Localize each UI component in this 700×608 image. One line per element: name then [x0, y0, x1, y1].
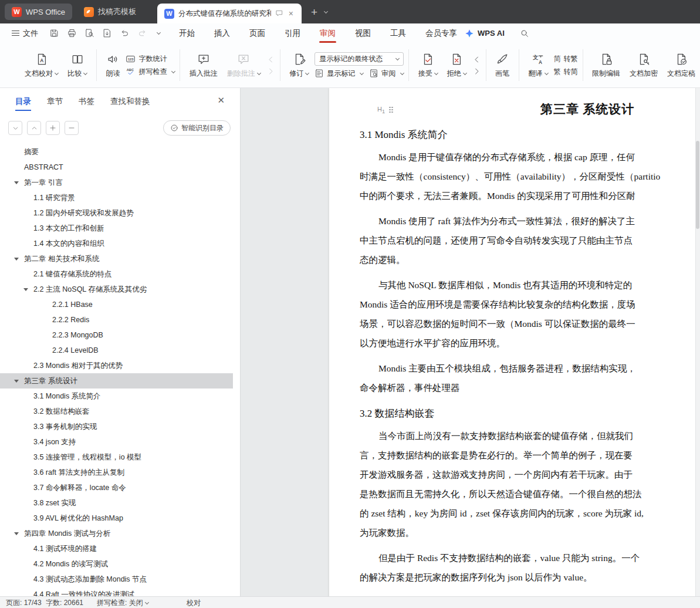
show-markup-button[interactable]: 显示标记	[315, 69, 363, 79]
sidebar-tab-find-replace[interactable]: 查找和替换	[110, 96, 150, 107]
tab-document[interactable]: W 分布式键值存储系统的研究和... ×	[157, 4, 302, 23]
toc-item[interactable]: 2.2.4 LevelDB	[0, 343, 233, 358]
new-tab-button[interactable]: +	[311, 6, 317, 18]
to-traditional-button[interactable]: 简 转繁	[554, 54, 578, 64]
proofread-button[interactable]: 校对	[187, 598, 201, 608]
toc-item[interactable]: 3.8 zset 实现	[0, 495, 233, 511]
pen-button[interactable]: 画笔	[491, 50, 514, 80]
export-button[interactable]	[102, 28, 112, 38]
toc-item[interactable]: 3.1 Mondis 系统简介	[0, 389, 233, 404]
toc-item[interactable]: 4.3 测试动态添加删除 Mondis 节点	[0, 572, 233, 587]
collapse-all-button[interactable]	[27, 121, 41, 135]
tab-wps-office[interactable]: W WPS Office	[5, 4, 72, 20]
expand-triangle-icon[interactable]	[14, 379, 24, 383]
tab-list-chevron-icon[interactable]	[324, 9, 328, 13]
toc-item[interactable]: 1.4 本文的内容和组织	[0, 236, 233, 251]
toc-item[interactable]: 4.1 测试环境的搭建	[0, 541, 233, 556]
drag-handle-icon[interactable]	[389, 107, 394, 114]
delete-comment-button[interactable]: 删除批注	[222, 50, 265, 80]
tab-insert[interactable]: 插入	[212, 23, 232, 43]
toc-item[interactable]: 摘要	[0, 144, 233, 160]
toc-item[interactable]: 2.2.1 HBase	[0, 297, 233, 312]
toc-item[interactable]: 第三章 系统设计	[0, 373, 233, 389]
toc-item[interactable]: 3.6 raft 算法支持的主从复制	[0, 465, 233, 480]
file-menu-button[interactable]: 文件	[12, 23, 38, 43]
page-indicator[interactable]: 页面: 17/43	[6, 598, 42, 608]
toc-item[interactable]: 3.9 AVL 树优化的 HashMap	[0, 511, 233, 526]
toc-item[interactable]: 第二章 相关技术和系统	[0, 251, 233, 266]
tab-page[interactable]: 页面	[248, 23, 267, 43]
read-aloud-button[interactable]: 朗读	[101, 50, 124, 80]
toc-item[interactable]: 1.3 本文的工作和创新	[0, 221, 233, 236]
scrollbar-thumb[interactable]	[696, 141, 699, 229]
spell-check-toggle[interactable]: 拼写检查: 关闭	[97, 598, 148, 608]
tab-member[interactable]: 会员专享	[424, 23, 459, 43]
previous-comment-button[interactable]	[266, 55, 275, 64]
expand-triangle-icon[interactable]	[23, 288, 33, 291]
toc-item[interactable]: 3.2 数据结构嵌套	[0, 404, 233, 419]
undo-button[interactable]	[120, 28, 130, 38]
track-changes-button[interactable]: 修订	[285, 50, 313, 80]
outline-level-marker[interactable]: H1	[377, 106, 394, 114]
review-pane-button[interactable]: 审阅	[369, 69, 404, 79]
close-sidebar-icon[interactable]: ✕	[217, 96, 225, 104]
toc-item[interactable]: 2.2 主流 NoSQL 存储系统及其优劣	[0, 282, 233, 297]
toc-item[interactable]: 1.2 国内外研究现状和发展趋势	[0, 205, 233, 221]
to-simplified-button[interactable]: 繁 转简	[554, 67, 578, 77]
reject-change-button[interactable]: 拒绝	[442, 50, 471, 80]
tab-docer[interactable]: 找稿壳模板	[76, 4, 144, 20]
toc-item[interactable]: 3.3 事务机制的实现	[0, 419, 233, 434]
toc-item[interactable]: 3.5 连接管理，线程模型，io 模型	[0, 450, 233, 465]
accept-change-button[interactable]: 接受	[414, 50, 442, 80]
search-icon[interactable]	[520, 29, 529, 38]
compare-button[interactable]: 比较	[63, 50, 92, 80]
word-count-indicator[interactable]: 字数: 20661	[46, 598, 83, 608]
smart-toc-button[interactable]: 智能识别目录	[163, 120, 231, 136]
translate-button[interactable]: 文A 翻译	[524, 50, 553, 80]
toc-item[interactable]: 2.3 Mondis 相对于其的优势	[0, 358, 233, 373]
next-change-button[interactable]	[472, 67, 481, 76]
toc-item[interactable]: ABSTRACT	[0, 160, 233, 175]
expand-all-button[interactable]	[8, 121, 22, 135]
encrypt-document-button[interactable]: 文档加密	[625, 50, 662, 80]
finalize-document-button[interactable]: 文档定稿	[662, 50, 700, 80]
tab-review[interactable]: 审阅	[318, 23, 337, 43]
restrict-editing-button[interactable]: 限制编辑	[587, 50, 625, 80]
tab-home[interactable]: 开始	[177, 23, 197, 43]
previous-change-button[interactable]	[472, 55, 481, 64]
toc-item[interactable]: 第一章 引言	[0, 175, 233, 190]
toc-item[interactable]: 4.4 Raft 一致性协议的改进测试	[0, 587, 233, 596]
wps-ai-button[interactable]: WPS AI	[465, 29, 505, 38]
expand-triangle-icon[interactable]	[14, 532, 24, 535]
sidebar-tab-chapters[interactable]: 章节	[47, 96, 63, 107]
close-tab-icon[interactable]: ×	[288, 9, 295, 18]
toc-item[interactable]: 2.1 键值存储系统的特点	[0, 266, 233, 282]
toc-item[interactable]: 2.2.2 Redis	[0, 312, 233, 327]
toc-item[interactable]: 3.7 命令解释器，locate 命令	[0, 480, 233, 495]
document-page[interactable]: H1 第三章 系统设计 3.1 Mondis 系统简介Mondis 是用于键值存…	[329, 88, 700, 596]
tab-tools[interactable]: 工具	[388, 23, 408, 43]
undo-redo-chevron-icon[interactable]	[157, 31, 161, 35]
sidebar-tab-contents[interactable]: 目录	[15, 96, 31, 107]
tab-reference[interactable]: 引用	[283, 23, 302, 43]
vertical-scrollbar[interactable]	[695, 88, 700, 596]
zoom-in-button[interactable]	[46, 121, 60, 135]
print-preview-button[interactable]	[84, 28, 94, 38]
spell-check-button[interactable]: ABC 拼写检查	[126, 67, 175, 77]
sidebar-tab-bookmarks[interactable]: 书签	[79, 96, 94, 107]
save-button[interactable]	[49, 28, 59, 38]
expand-triangle-icon[interactable]	[14, 181, 24, 184]
toc-item[interactable]: 2.2.3 MongoDB	[0, 327, 233, 343]
markup-state-select[interactable]: 显示标记的最终状态	[315, 52, 404, 66]
toc-item[interactable]: 4.2 Mondis 的读写测试	[0, 556, 233, 572]
next-comment-button[interactable]	[266, 67, 275, 76]
expand-triangle-icon[interactable]	[14, 257, 24, 261]
toc-item[interactable]: 第四章 Mondis 测试与分析	[0, 526, 233, 541]
word-count-button[interactable]: 123 字数统计	[126, 54, 175, 64]
zoom-out-button[interactable]	[65, 121, 79, 135]
print-button[interactable]	[67, 28, 77, 38]
redo-button[interactable]	[137, 28, 147, 38]
doc-proofread-button[interactable]: A 文档校对	[20, 50, 63, 80]
toc-item[interactable]: 3.4 json 支持	[0, 434, 233, 450]
insert-comment-button[interactable]: 插入批注	[185, 50, 222, 80]
